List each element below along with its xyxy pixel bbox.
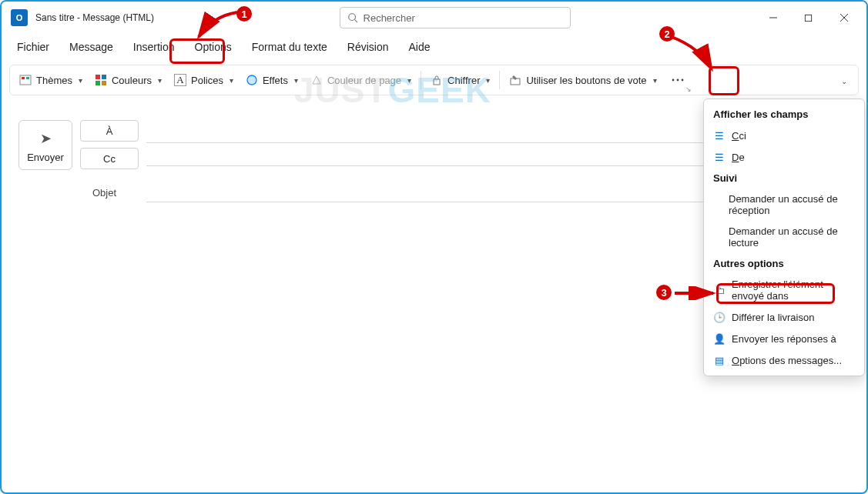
svg-rect-3 bbox=[806, 15, 812, 21]
chevron-down-icon: ▾ bbox=[158, 76, 162, 85]
ribbon-expand-button[interactable]: ⌄ bbox=[832, 72, 855, 89]
overflow-item-cci[interactable]: ☰ Cci bbox=[704, 125, 864, 146]
from-icon: ☰ bbox=[713, 151, 726, 163]
svg-rect-10 bbox=[102, 75, 106, 79]
save-sent-icon: 🗀 bbox=[713, 284, 726, 296]
overflow-de-label: De bbox=[732, 152, 745, 163]
lock-icon bbox=[431, 74, 443, 86]
svg-rect-8 bbox=[26, 77, 29, 79]
ribbon-separator bbox=[421, 71, 421, 89]
overflow-item-de[interactable]: ☰ De bbox=[704, 146, 864, 168]
chevron-down-icon: ▾ bbox=[230, 76, 233, 85]
svg-rect-12 bbox=[102, 81, 106, 85]
direct-replies-icon: 👤 bbox=[713, 332, 726, 345]
fonts-icon: A bbox=[174, 74, 186, 86]
overflow-item-differer[interactable]: 🕒 Différer la livraison bbox=[704, 306, 864, 328]
svg-point-18 bbox=[681, 79, 683, 82]
send-icon: ➤ bbox=[40, 130, 52, 147]
minimize-button[interactable] bbox=[756, 3, 791, 32]
window-controls bbox=[756, 3, 862, 32]
chevron-down-icon: ▾ bbox=[79, 76, 82, 85]
outlook-app-icon: O bbox=[11, 9, 28, 26]
send-label: Envoyer bbox=[27, 152, 64, 163]
ribbon: Thèmes ▾ Couleurs ▾ A Polices ▾ Effets ▾… bbox=[9, 65, 859, 95]
chevron-down-icon: ▾ bbox=[294, 76, 298, 85]
dialog-launcher-icon[interactable]: ↘ bbox=[685, 85, 692, 93]
send-button[interactable]: ➤ Envoyer bbox=[18, 120, 72, 170]
svg-point-16 bbox=[672, 79, 674, 82]
menu-options[interactable]: Options bbox=[186, 36, 241, 58]
overflow-header-suivi: Suivi bbox=[704, 168, 864, 189]
overflow-item-accuse-lecture[interactable]: Demander un accusé de lecture bbox=[704, 221, 864, 253]
chevron-down-icon: ⌄ bbox=[841, 77, 847, 85]
title-bar: O Sans titre - Message (HTML) Rechercher bbox=[2, 2, 866, 34]
svg-rect-7 bbox=[22, 77, 25, 79]
maximize-button[interactable] bbox=[791, 3, 826, 32]
svg-point-13 bbox=[247, 75, 256, 85]
message-options-icon: ▤ bbox=[713, 354, 726, 366]
delay-delivery-icon: 🕒 bbox=[713, 311, 726, 323]
search-icon bbox=[347, 12, 359, 24]
themes-icon bbox=[19, 74, 32, 86]
close-button[interactable] bbox=[826, 3, 862, 32]
svg-rect-11 bbox=[96, 81, 100, 85]
colors-icon bbox=[95, 74, 107, 86]
overflow-header-autres: Autres options bbox=[704, 253, 864, 274]
overflow-item-accuse-reception[interactable]: Demander un accusé de réception bbox=[704, 189, 864, 221]
menu-aide[interactable]: Aide bbox=[400, 36, 440, 58]
ribbon-chiffrer-label: Chiffrer bbox=[447, 75, 480, 86]
recipient-buttons: À Cc bbox=[80, 120, 139, 170]
svg-line-1 bbox=[354, 20, 357, 23]
overflow-item-options-messages[interactable]: ▤ Options des messages... bbox=[704, 349, 864, 371]
ribbon-themes[interactable]: Thèmes ▾ bbox=[13, 70, 89, 90]
search-input[interactable]: Rechercher bbox=[340, 7, 571, 28]
overflow-header-afficher: Afficher les champs bbox=[704, 104, 864, 125]
to-button[interactable]: À bbox=[80, 120, 139, 142]
overflow-accuse-lecture-label: Demander un accusé de lecture bbox=[729, 225, 855, 249]
svg-point-0 bbox=[348, 14, 355, 21]
vote-icon bbox=[509, 74, 521, 86]
overflow-reponses-label: Envoyer les réponses à bbox=[732, 333, 836, 345]
window-title: Sans titre - Message (HTML) bbox=[35, 12, 154, 23]
overflow-differer-label: Différer la livraison bbox=[732, 312, 814, 323]
ribbon-effets[interactable]: Effets ▾ bbox=[240, 70, 304, 90]
svg-rect-9 bbox=[96, 75, 100, 79]
svg-rect-14 bbox=[434, 79, 440, 85]
overflow-cci-label: Cci bbox=[732, 130, 746, 142]
menu-bar: Fichier Message Insertion Options Format… bbox=[2, 34, 866, 60]
ribbon-polices-label: Polices bbox=[191, 75, 223, 86]
ribbon-themes-label: Thèmes bbox=[36, 75, 72, 86]
ellipsis-icon bbox=[672, 78, 684, 82]
ribbon-couleurs[interactable]: Couleurs ▾ bbox=[89, 70, 168, 90]
overflow-options-label: Options des messages... bbox=[732, 355, 842, 366]
ribbon-couleur-page[interactable]: Couleur de page ▾ bbox=[304, 70, 417, 90]
page-color-icon bbox=[310, 74, 323, 86]
ribbon-boutons-vote-label: Utiliser les boutons de vote bbox=[526, 75, 646, 86]
menu-revision[interactable]: Révision bbox=[338, 36, 398, 58]
ribbon-separator bbox=[499, 71, 500, 89]
ribbon-boutons-vote[interactable]: Utiliser les boutons de vote ▾ bbox=[503, 70, 662, 90]
search-placeholder: Rechercher bbox=[364, 12, 415, 24]
overflow-item-enregistrer[interactable]: 🗀 Enregistrer l'élément envoyé dans bbox=[704, 274, 864, 306]
ribbon-couleurs-label: Couleurs bbox=[112, 75, 152, 86]
menu-fichier[interactable]: Fichier bbox=[8, 36, 59, 58]
effects-icon bbox=[246, 74, 258, 86]
overflow-enregistrer-label: Enregistrer l'élément envoyé dans bbox=[732, 279, 855, 302]
chevron-down-icon: ▾ bbox=[653, 76, 657, 85]
subject-label: Objet bbox=[92, 187, 139, 199]
chevron-down-icon: ▾ bbox=[486, 76, 490, 85]
bcc-icon: ☰ bbox=[713, 129, 726, 142]
menu-message[interactable]: Message bbox=[60, 36, 122, 58]
overflow-item-reponses[interactable]: 👤 Envoyer les réponses à bbox=[704, 328, 864, 349]
svg-rect-6 bbox=[20, 75, 31, 85]
ribbon-couleur-page-label: Couleur de page bbox=[327, 75, 401, 86]
annotation-bubble-3: 3 bbox=[655, 283, 673, 302]
ribbon-polices[interactable]: A Polices ▾ bbox=[168, 70, 240, 90]
menu-format[interactable]: Format du texte bbox=[243, 36, 337, 58]
cc-button[interactable]: Cc bbox=[80, 148, 139, 169]
chevron-down-icon: ▾ bbox=[407, 76, 411, 85]
ribbon-overflow-menu: Afficher les champs ☰ Cci ☰ De Suivi Dem… bbox=[703, 98, 865, 376]
ribbon-chiffrer[interactable]: Chiffrer ▾ bbox=[424, 70, 496, 90]
ribbon-effets-label: Effets bbox=[263, 75, 288, 86]
menu-insertion[interactable]: Insertion bbox=[124, 36, 184, 58]
